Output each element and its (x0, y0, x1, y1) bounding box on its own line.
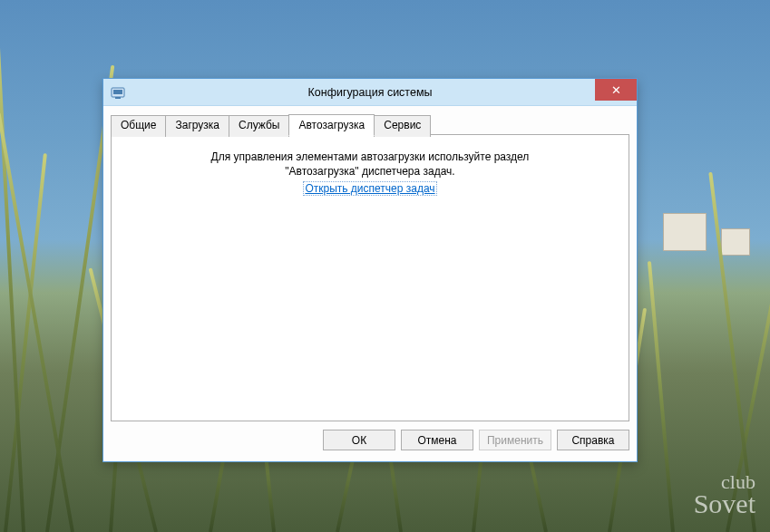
dialog-button-row: ОК Отмена Применить Справка (323, 430, 629, 450)
open-task-manager-link[interactable]: Открыть диспетчер задач (303, 181, 436, 196)
tab-label: Загрузка (175, 119, 219, 131)
tab-label: Службы (239, 119, 279, 131)
tab-label: Сервис (384, 119, 421, 131)
startup-message-line1: Для управления элементами автозагрузки и… (112, 150, 629, 164)
window-title: Конфигурация системы (103, 79, 637, 106)
cancel-button[interactable]: Отмена (401, 430, 473, 450)
tab-startup[interactable]: Автозагрузка (288, 114, 375, 136)
beach-hut (721, 228, 750, 256)
tab-general[interactable]: Общие (111, 115, 166, 137)
apply-button[interactable]: Применить (479, 430, 551, 450)
startup-message-line2: "Автозагрузка" диспетчера задач. (112, 164, 629, 179)
tab-label: Автозагрузка (298, 119, 365, 131)
msconfig-icon (111, 85, 125, 100)
titlebar[interactable]: Конфигурация системы ✕ (103, 79, 637, 106)
tab-label: Общие (121, 119, 156, 131)
client-area: Общие Загрузка Службы Автозагрузка Серви… (111, 114, 629, 454)
svg-rect-2 (115, 97, 121, 99)
tab-strip: Общие Загрузка Службы Автозагрузка Серви… (111, 114, 629, 136)
svg-rect-1 (113, 90, 122, 94)
beach-hut (663, 213, 707, 251)
startup-message: Для управления элементами автозагрузки и… (112, 135, 629, 195)
msconfig-window: Конфигурация системы ✕ Общие Загрузка Сл… (102, 78, 638, 462)
desktop-wallpaper: club Sovet Конфигурация системы ✕ Общие … (0, 0, 770, 532)
grass-blade (708, 172, 756, 532)
tab-boot[interactable]: Загрузка (165, 115, 229, 137)
help-button[interactable]: Справка (557, 430, 629, 450)
close-button[interactable]: ✕ (595, 79, 637, 101)
tab-tools[interactable]: Сервис (374, 115, 431, 137)
watermark-line2: Sovet (694, 491, 755, 516)
close-icon: ✕ (611, 83, 621, 97)
grass-blade (648, 261, 675, 532)
tab-services[interactable]: Службы (229, 115, 289, 137)
tab-panel-startup: Для управления элементами автозагрузки и… (111, 134, 629, 421)
ok-button[interactable]: ОК (323, 430, 395, 450)
